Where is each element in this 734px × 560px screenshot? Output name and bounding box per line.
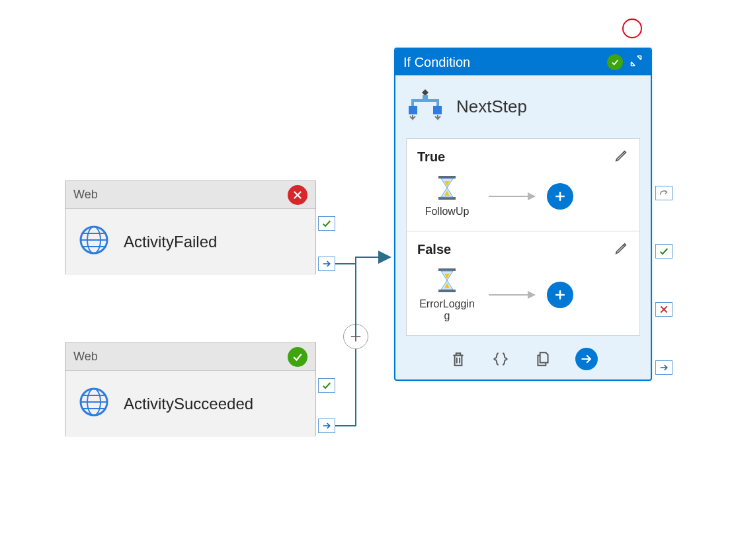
svg-rect-8 bbox=[438, 268, 456, 271]
copy-icon[interactable] bbox=[533, 349, 553, 369]
branch-true-activity[interactable]: FollowUp bbox=[417, 175, 477, 218]
activity-type-label: Web bbox=[73, 188, 98, 202]
pipeline-canvas[interactable]: Web ActivityFailed Web bbox=[0, 0, 734, 560]
activity1-success-port[interactable] bbox=[318, 216, 335, 231]
condition-name-row: NextStep bbox=[395, 75, 651, 138]
collapse-icon[interactable] bbox=[630, 54, 643, 71]
svg-rect-9 bbox=[438, 290, 456, 292]
activity-name: ActivityFailed bbox=[124, 233, 217, 251]
activity-name: ActivitySucceeded bbox=[124, 395, 253, 413]
branch-label: False bbox=[417, 242, 451, 257]
svg-rect-7 bbox=[438, 197, 456, 200]
branch-false-activity[interactable]: ErrorLogging bbox=[417, 268, 477, 322]
validation-ring-icon bbox=[622, 19, 642, 38]
if-condition-panel[interactable]: If Condition bbox=[394, 48, 652, 381]
delete-icon[interactable] bbox=[448, 349, 468, 369]
condition-name: NextStep bbox=[456, 97, 527, 117]
branch-label: True bbox=[417, 149, 445, 165]
proceed-button[interactable] bbox=[575, 348, 598, 370]
svg-rect-6 bbox=[438, 176, 456, 179]
activity-card-failed[interactable]: Web ActivityFailed bbox=[65, 180, 316, 274]
activity-header: Web bbox=[65, 343, 315, 371]
edit-icon[interactable] bbox=[614, 241, 629, 259]
branch-true-activity-name: FollowUp bbox=[425, 206, 469, 218]
status-fail-icon bbox=[288, 185, 307, 205]
activity-body: ActivitySucceeded bbox=[65, 371, 315, 437]
condition-skip-port[interactable] bbox=[655, 186, 673, 200]
condition-success-port[interactable] bbox=[655, 244, 673, 259]
join-add-button[interactable] bbox=[343, 324, 368, 349]
add-activity-button[interactable] bbox=[547, 183, 573, 210]
flow-arrow-icon bbox=[489, 294, 535, 296]
wait-icon bbox=[436, 175, 458, 203]
branch-false[interactable]: False bbox=[407, 231, 639, 335]
condition-icon bbox=[406, 87, 444, 126]
svg-rect-5 bbox=[433, 106, 442, 114]
globe-icon bbox=[79, 387, 109, 421]
svg-rect-4 bbox=[409, 106, 417, 114]
activity2-success-port[interactable] bbox=[318, 378, 335, 393]
edit-icon[interactable] bbox=[614, 148, 629, 166]
branch-false-activity-name: ErrorLogging bbox=[417, 298, 477, 322]
branch-true[interactable]: True bbox=[407, 139, 639, 231]
wait-icon bbox=[436, 268, 458, 296]
add-activity-button[interactable] bbox=[547, 282, 573, 308]
activity-card-succeeded[interactable]: Web ActivitySucceeded bbox=[65, 342, 316, 436]
activity-header: Web bbox=[65, 181, 315, 209]
condition-footer bbox=[395, 344, 651, 380]
status-ok-icon bbox=[607, 54, 623, 70]
condition-failure-port[interactable] bbox=[655, 302, 673, 317]
activity2-completion-port[interactable] bbox=[318, 419, 335, 433]
code-braces-icon[interactable] bbox=[491, 349, 510, 369]
flow-arrow-icon bbox=[489, 196, 535, 197]
activity-type-label: Web bbox=[73, 350, 98, 364]
activity-body: ActivityFailed bbox=[65, 209, 315, 275]
branches-container: True bbox=[406, 138, 640, 336]
condition-title: If Condition bbox=[403, 55, 470, 70]
globe-icon bbox=[79, 225, 109, 259]
activity1-completion-port[interactable] bbox=[318, 257, 335, 271]
condition-completion-port[interactable] bbox=[655, 360, 673, 375]
condition-titlebar[interactable]: If Condition bbox=[395, 49, 651, 75]
status-ok-icon bbox=[288, 347, 307, 367]
